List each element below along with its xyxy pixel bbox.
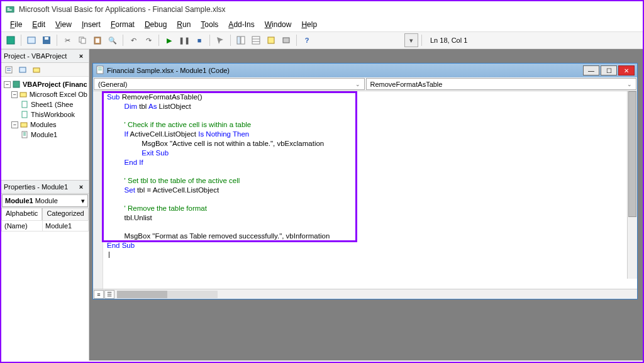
object-dropdown[interactable]: (General) ⌄	[94, 78, 365, 90]
redo-icon[interactable]: ↷	[142, 33, 155, 47]
tree-item-label: ThisWorkbook	[31, 111, 75, 118]
code-window-titlebar[interactable]: Financial Sample.xlsx - Module1 (Code) —…	[93, 64, 637, 77]
code-margin[interactable]	[93, 91, 103, 289]
close-icon[interactable]: ×	[76, 182, 86, 192]
tree-folder-excel-objects[interactable]: − Microsoft Excel Ob	[3, 89, 87, 99]
property-value[interactable]: Module1	[43, 221, 89, 232]
insert-userform-icon[interactable]	[25, 33, 38, 47]
menu-insert[interactable]: Insert	[77, 19, 106, 30]
menu-run[interactable]: Run	[172, 19, 196, 30]
tree-item-label: Sheet1 (Shee	[31, 101, 73, 108]
tree-item-thisworkbook[interactable]: ThisWorkbook	[3, 109, 87, 120]
menu-window[interactable]: Window	[260, 19, 297, 30]
workbook-icon	[20, 110, 29, 119]
project-panel-header: Project - VBAProject ×	[1, 49, 89, 63]
scrollbar-thumb[interactable]	[117, 291, 167, 298]
chevron-down-icon: ⌄	[355, 81, 360, 87]
menu-help[interactable]: Help	[296, 19, 322, 30]
reset-icon[interactable]: ■	[192, 33, 206, 47]
cursor-position: Ln 18, Col 1	[430, 36, 467, 44]
view-excel-icon[interactable]	[4, 33, 18, 47]
toggle-folders-icon[interactable]	[30, 64, 43, 76]
vbaproject-icon	[12, 80, 21, 89]
tree-item-label: Module1	[31, 131, 57, 138]
svg-rect-17	[268, 37, 274, 43]
break-icon[interactable]: ❚❚	[177, 33, 191, 47]
separator	[296, 35, 297, 46]
scrollbar-thumb[interactable]	[628, 91, 636, 217]
svg-rect-18	[283, 38, 289, 43]
collapse-icon[interactable]: −	[11, 91, 18, 98]
menu-edit[interactable]: Edit	[27, 19, 50, 30]
main-toolbar: ✂ 🔍 ↶ ↷ ▶ ❚❚ ■ ? ▾ Ln 18, Col 1	[1, 31, 643, 49]
view-object-icon[interactable]	[16, 64, 29, 76]
project-tree[interactable]: − VBAProject (Financ − Microsoft Excel O…	[1, 77, 89, 180]
menu-view[interactable]: View	[50, 19, 77, 30]
design-mode-icon[interactable]	[213, 33, 227, 47]
vertical-scrollbar[interactable]	[627, 91, 637, 279]
horizontal-scrollbar[interactable]	[117, 291, 218, 298]
object-browser-icon[interactable]	[264, 33, 278, 47]
project-explorer-icon[interactable]	[234, 33, 248, 47]
menu-file[interactable]: File	[5, 19, 27, 30]
properties-panel-header: Properties - Module1 ×	[1, 180, 89, 194]
property-name: (Name)	[2, 221, 43, 232]
procedure-dropdown[interactable]: RemoveFormatAsTable ⌄	[366, 78, 637, 90]
menu-format[interactable]: Format	[106, 19, 140, 30]
menu-addins[interactable]: Add-Ins	[223, 19, 259, 30]
help-icon[interactable]: ?	[300, 33, 314, 47]
separator	[21, 35, 21, 46]
collapse-icon[interactable]: −	[11, 121, 18, 128]
tree-folder-modules[interactable]: − Modules	[3, 120, 87, 130]
cut-icon[interactable]: ✂	[60, 33, 74, 47]
menu-debug[interactable]: Debug	[140, 19, 172, 30]
svg-marker-11	[217, 37, 223, 44]
svg-rect-19	[6, 67, 12, 73]
tree-item-sheet1[interactable]: Sheet1 (Shee	[3, 99, 87, 109]
close-button[interactable]: ✕	[618, 65, 635, 75]
tree-folder-label: Modules	[30, 121, 57, 128]
svg-rect-3	[7, 36, 14, 44]
collapse-icon[interactable]: −	[4, 81, 11, 88]
project-panel-title: Project - VBAProject	[4, 52, 67, 60]
tree-root[interactable]: − VBAProject (Financ	[3, 79, 87, 89]
svg-rect-8	[81, 38, 86, 43]
properties-grid[interactable]: (Name) Module1	[1, 220, 89, 360]
minimize-button[interactable]: —	[583, 65, 599, 75]
svg-rect-26	[22, 101, 27, 108]
tree-item-module1[interactable]: Module1	[3, 130, 87, 140]
properties-panel-title: Properties - Module1	[4, 183, 68, 191]
dropdown-icon[interactable]: ▾	[404, 33, 418, 47]
paste-icon[interactable]	[91, 33, 104, 47]
code-editor[interactable]: Sub RemoveFormatAsTable() Dim tbl As Lis…	[103, 91, 637, 289]
properties-object-dropdown[interactable]: Module1 Module ▾	[2, 194, 88, 207]
code-window-footer: ≡ ☰	[93, 289, 637, 299]
maximize-button[interactable]: ☐	[601, 65, 617, 75]
svg-rect-1	[8, 8, 10, 9]
procedure-view-button[interactable]: ≡	[94, 290, 104, 299]
copy-icon[interactable]	[75, 33, 89, 47]
view-code-icon[interactable]	[3, 64, 15, 76]
vba-app-icon	[5, 4, 15, 14]
app-title-bar: Microsoft Visual Basic for Applications …	[1, 1, 643, 18]
properties-icon[interactable]	[249, 33, 263, 47]
tab-alphabetic[interactable]: Alphabetic	[1, 208, 42, 220]
undo-icon[interactable]: ↶	[126, 33, 140, 47]
menu-tools[interactable]: Tools	[196, 19, 223, 30]
separator	[57, 35, 57, 46]
find-icon[interactable]: 🔍	[106, 33, 119, 47]
svg-rect-10	[96, 38, 99, 43]
save-icon[interactable]	[40, 33, 53, 47]
properties-tabs: Alphabetic Categorized	[1, 208, 89, 220]
toolbox-icon[interactable]	[279, 33, 293, 47]
properties-dropdown-value: Module1 Module	[5, 197, 58, 204]
tree-root-label: VBAProject (Financ	[23, 81, 87, 88]
svg-rect-4	[28, 37, 35, 43]
sheet-icon	[20, 100, 29, 109]
run-icon[interactable]: ▶	[162, 33, 176, 47]
project-panel-toolbar	[1, 63, 89, 77]
object-dropdown-value: (General)	[98, 81, 127, 88]
tab-categorized[interactable]: Categorized	[42, 208, 88, 220]
full-module-view-button[interactable]: ☰	[104, 290, 114, 299]
close-icon[interactable]: ×	[76, 51, 86, 61]
